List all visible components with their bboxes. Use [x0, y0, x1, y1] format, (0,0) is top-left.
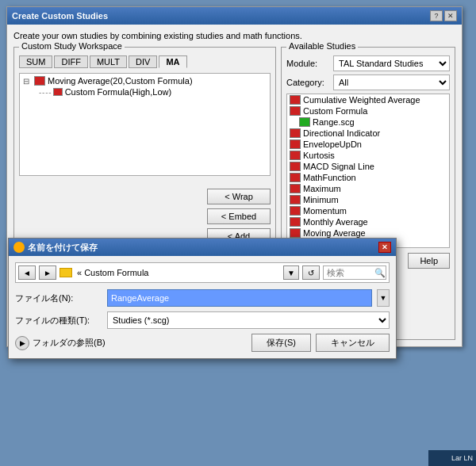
- main-titlebar: Create Custom Studies ? ✕: [7, 7, 462, 25]
- study-icon: [299, 117, 310, 127]
- study-label: EnvelopeUpDn: [303, 139, 362, 149]
- filename-row: ファイル名(N): ▼: [15, 289, 390, 307]
- study-item[interactable]: Range.scg: [297, 116, 449, 128]
- tab-mult[interactable]: MULT: [90, 55, 127, 68]
- study-label: Momentum: [303, 206, 347, 216]
- study-icon: [290, 195, 301, 204]
- study-item[interactable]: MACD Signal Line: [287, 161, 449, 172]
- nav-forward-btn[interactable]: ►: [39, 265, 56, 280]
- study-item[interactable]: Custom Formula: [287, 105, 449, 116]
- study-icon: [290, 139, 301, 149]
- study-icon: [290, 151, 301, 160]
- study-label: MACD Signal Line: [303, 162, 374, 171]
- embed-btn[interactable]: < Embed: [207, 208, 271, 224]
- study-item[interactable]: Cumulative Weighted Average: [287, 94, 449, 105]
- nav-arrow-btn[interactable]: ▼: [283, 265, 299, 280]
- filename-dropdown-btn[interactable]: ▼: [377, 289, 390, 307]
- study-label: Minimum: [303, 195, 339, 204]
- study-icon: [290, 106, 301, 116]
- filetype-select[interactable]: Studies (*.scg): [107, 311, 390, 329]
- study-item[interactable]: Monthly Average: [287, 216, 449, 227]
- save-close-btn[interactable]: ✕: [378, 242, 391, 253]
- cancel-btn[interactable]: キャンセル: [316, 334, 390, 352]
- study-icon: [290, 95, 301, 105]
- study-item[interactable]: Directional Indicator: [287, 128, 449, 139]
- tree-child-item[interactable]: - - - - Custom Formula(High,Low): [37, 86, 268, 97]
- close-title-btn[interactable]: ✕: [444, 10, 457, 21]
- available-studies-title: Available Studies: [286, 41, 358, 51]
- filename-label: ファイル名(N):: [15, 292, 102, 304]
- tree-area: ⊟ Moving Average(20,Custom Formula) - - …: [19, 73, 271, 176]
- module-row: Module: TAL Standard Studies: [286, 55, 450, 71]
- dialog-description: Create your own studies by combining exi…: [13, 31, 455, 40]
- help-title-btn[interactable]: ?: [430, 10, 443, 21]
- search-box: 🔍: [323, 265, 386, 280]
- help-btn[interactable]: Help: [408, 253, 450, 269]
- folder-icon: [60, 268, 72, 277]
- study-label: Range.scg: [313, 117, 355, 127]
- study-icon: [290, 173, 301, 182]
- study-label: Directional Indicator: [303, 128, 380, 138]
- folder-toggle-btn[interactable]: ▶: [15, 336, 29, 350]
- study-label: Custom Formula: [303, 106, 367, 116]
- tab-div[interactable]: DIV: [129, 55, 157, 68]
- study-label: Maximum: [303, 184, 341, 193]
- filetype-row: ファイルの種類(T): Studies (*.scg): [15, 311, 390, 329]
- study-label: Monthly Average: [303, 217, 368, 227]
- save-title-left: 名前を付けて保存: [13, 242, 98, 254]
- save-titlebar: 名前を付けて保存 ✕: [9, 239, 396, 256]
- study-icon: [290, 128, 301, 138]
- title-buttons: ? ✕: [430, 10, 457, 21]
- category-select[interactable]: All: [333, 74, 450, 90]
- wrap-btn[interactable]: < Wrap: [207, 189, 271, 204]
- tree-root-item[interactable]: ⊟ Moving Average(20,Custom Formula): [21, 75, 268, 86]
- folder-browse-label: フォルダの参照(B): [33, 337, 106, 349]
- save-title-text: 名前を付けて保存: [28, 242, 98, 254]
- study-label: Moving Average: [303, 228, 366, 238]
- module-label: Module:: [286, 59, 330, 68]
- breadcrumb-text: « Custom Formula: [77, 268, 280, 277]
- save-dialog: 名前を付けて保存 ✕ ◄ ► « Custom Formula ▼ ↺ 🔍 ファ…: [8, 238, 397, 359]
- nav-refresh-btn[interactable]: ↺: [302, 265, 320, 280]
- study-label: Cumulative Weighted Average: [303, 95, 420, 105]
- category-row: Category: All: [286, 74, 450, 90]
- studies-list: Cumulative Weighted Average Custom Formu…: [286, 94, 450, 248]
- tabs-row: SUM DIFF MULT DIV MA: [19, 55, 271, 68]
- study-icon: [290, 206, 301, 216]
- search-icon: 🔍: [374, 268, 386, 278]
- study-label: Kurtosis: [303, 151, 335, 160]
- tree-child-icon: [53, 88, 63, 96]
- workspace-title: Custom Study Workspace: [19, 41, 125, 51]
- study-item[interactable]: Minimum: [287, 194, 449, 205]
- save-body: ◄ ► « Custom Formula ▼ ↺ 🔍 ファイル名(N): ▼ フ…: [9, 256, 396, 358]
- tab-sum[interactable]: SUM: [19, 55, 52, 68]
- study-item[interactable]: Moving Average: [287, 227, 449, 239]
- tree-child-label: Custom Formula(High,Low): [65, 87, 171, 97]
- study-item[interactable]: Momentum: [287, 205, 449, 216]
- nav-row: ◄ ► « Custom Formula ▼ ↺ 🔍: [15, 262, 390, 283]
- study-item[interactable]: MathFunction: [287, 172, 449, 183]
- nav-back-btn[interactable]: ◄: [18, 265, 36, 280]
- tree-root-icon: [34, 76, 45, 86]
- category-label: Category:: [286, 78, 330, 87]
- save-confirm-btn[interactable]: 保存(S): [251, 334, 311, 352]
- study-item[interactable]: EnvelopeUpDn: [287, 139, 449, 150]
- tab-diff[interactable]: DIFF: [54, 55, 87, 68]
- tree-root-label: Moving Average(20,Custom Formula): [48, 76, 193, 86]
- study-icon: [290, 162, 301, 171]
- taskbar-corner: Lar LN: [428, 450, 476, 466]
- study-icon: [290, 228, 301, 238]
- study-item[interactable]: Kurtosis: [287, 150, 449, 161]
- save-title-icon: [13, 242, 25, 253]
- study-item[interactable]: Maximum: [287, 183, 449, 194]
- search-input[interactable]: [327, 268, 374, 277]
- module-select[interactable]: TAL Standard Studies: [333, 55, 450, 71]
- save-action-buttons: 保存(S) キャンセル: [251, 334, 390, 352]
- filetype-label: ファイルの種類(T):: [15, 315, 102, 327]
- tree-dots: - - - -: [39, 88, 51, 97]
- main-title: Create Custom Studies: [12, 11, 108, 21]
- study-icon: [290, 217, 301, 227]
- tab-ma[interactable]: MA: [159, 55, 186, 68]
- study-icon: [290, 184, 301, 193]
- filename-input[interactable]: [107, 289, 372, 307]
